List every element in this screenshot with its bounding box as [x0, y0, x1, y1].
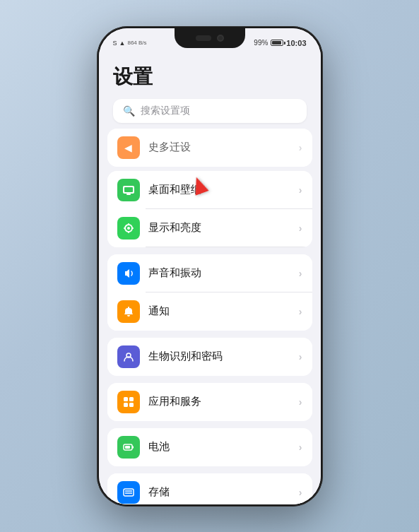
clock: 10:03 — [286, 39, 306, 47]
signal-icon: S — [113, 40, 117, 47]
list-item[interactable]: 应用和服务 › — [107, 383, 312, 421]
settings-group-5: 电池 › — [107, 428, 312, 466]
item-label-battery: 电池 — [148, 440, 299, 454]
item-icon-notification — [117, 300, 140, 323]
svg-point-4 — [127, 227, 130, 230]
chevron-icon-storage: › — [299, 487, 302, 498]
item-icon-battery — [117, 436, 140, 459]
item-label-history: 史多迁设 — [148, 141, 299, 154]
battery-percent: 99% — [254, 39, 268, 47]
search-icon: 🔍 — [123, 105, 135, 117]
battery-fill — [272, 41, 281, 45]
svg-rect-16 — [132, 446, 134, 448]
item-label-notification: 通知 — [148, 305, 299, 318]
chevron-icon-sound: › — [299, 268, 302, 279]
svg-rect-12 — [124, 403, 128, 407]
list-item[interactable]: 声音和振动 › — [107, 254, 312, 292]
list-item[interactable]: ◀ 史多迁设 › — [107, 129, 312, 167]
svg-rect-2 — [126, 194, 131, 195]
item-label-apps: 应用和服务 — [148, 395, 299, 408]
svg-rect-10 — [124, 397, 128, 401]
list-item[interactable]: 生物识别和密码 › — [107, 338, 312, 376]
notch-camera — [217, 35, 224, 42]
svg-rect-13 — [129, 403, 134, 407]
chevron-icon-battery: › — [299, 442, 302, 453]
item-label-desktop: 桌面和壁纸 — [148, 183, 299, 196]
search-bar[interactable]: 🔍 搜索设置项 — [113, 99, 307, 123]
list-item[interactable]: 桌面和壁纸 › — [107, 171, 312, 209]
chevron-icon-history: › — [299, 142, 302, 153]
chevron-icon-desktop: › — [299, 184, 302, 196]
settings-group-6: 存储 › — [107, 473, 312, 504]
list-item[interactable]: 存储 › — [107, 473, 312, 504]
settings-group-1: 桌面和壁纸 › — [107, 171, 312, 247]
list-item[interactable]: 显示和亮度 › — [107, 209, 312, 247]
item-icon-sound — [117, 262, 140, 285]
search-placeholder-text: 搜索设置项 — [141, 105, 190, 117]
chevron-icon-display: › — [299, 223, 302, 234]
notch — [175, 28, 245, 48]
battery-icon — [271, 40, 283, 46]
svg-rect-17 — [124, 489, 134, 496]
settings-group-4: 应用和服务 › — [107, 383, 312, 421]
settings-list: ◀ 史多迁设 › — [99, 129, 321, 504]
settings-group-3: 生物识别和密码 › — [107, 338, 312, 376]
item-icon-history: ◀ — [117, 136, 140, 159]
status-bar: S ▲ 864 B/s 99% 10:03 — [99, 28, 321, 52]
chevron-icon-notification: › — [299, 306, 302, 317]
page-header: 设置 🔍 搜索设置项 — [99, 52, 321, 129]
chevron-icon-biometric: › — [299, 351, 302, 362]
item-icon-desktop — [117, 179, 140, 201]
item-label-sound: 声音和振动 — [148, 266, 299, 280]
phone-screen: S ▲ 864 B/s 99% 10:03 设置 🔍 搜索设置项 — [99, 28, 321, 504]
svg-rect-1 — [124, 187, 133, 192]
list-item[interactable]: 电池 › — [107, 428, 312, 466]
item-label-display: 显示和亮度 — [148, 221, 299, 235]
item-label-biometric: 生物识别和密码 — [148, 350, 299, 363]
item-icon-storage — [117, 481, 140, 504]
settings-group-2: 声音和振动 › 通知 › — [107, 254, 312, 331]
notch-sensor — [196, 35, 211, 41]
item-icon-apps — [117, 391, 140, 413]
status-right: 99% 10:03 — [254, 39, 306, 47]
svg-rect-15 — [125, 446, 130, 449]
screen-content: 设置 🔍 搜索设置项 ◀ 史多迁设 › — [99, 52, 321, 504]
settings-group-0: ◀ 史多迁设 › — [107, 129, 312, 167]
data-speed: 864 B/s — [127, 40, 146, 46]
phone-outer: S ▲ 864 B/s 99% 10:03 设置 🔍 搜索设置项 — [97, 26, 323, 507]
item-icon-biometric — [117, 345, 140, 368]
svg-rect-11 — [129, 397, 134, 401]
chevron-icon-apps: › — [299, 396, 302, 408]
item-icon-display — [117, 217, 140, 240]
item-label-storage: 存储 — [148, 485, 299, 499]
status-left: S ▲ 864 B/s — [113, 40, 147, 47]
list-item[interactable]: 通知 › — [107, 292, 312, 331]
page-title: 设置 — [113, 64, 307, 90]
wifi-icon: ▲ — [119, 40, 126, 47]
